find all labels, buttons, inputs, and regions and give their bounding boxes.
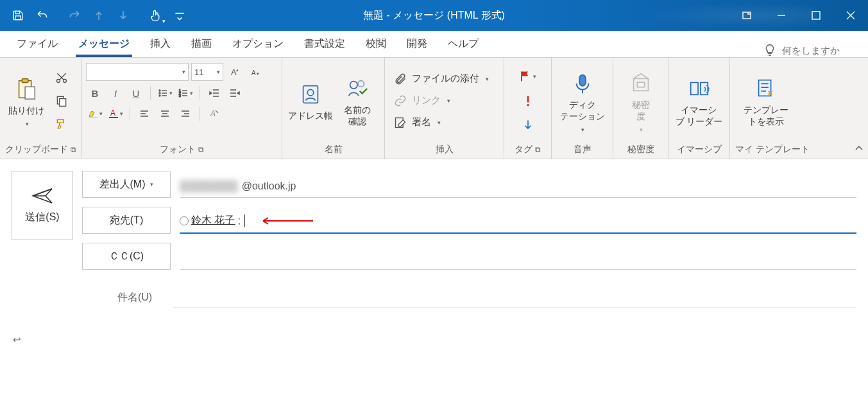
font-family-select[interactable]: ▾: [86, 63, 189, 81]
dictate-button[interactable]: ディク テーション ▾: [556, 60, 609, 141]
lightbulb-icon: [763, 43, 777, 57]
view-templates-button[interactable]: テンプレー トを表示: [734, 60, 798, 141]
from-address: @outlook.jp: [242, 180, 296, 192]
font-color-icon[interactable]: A▾: [106, 105, 124, 122]
svg-point-17: [159, 95, 160, 96]
svg-rect-32: [633, 78, 648, 91]
align-left-icon[interactable]: [135, 105, 153, 122]
immersive-group-label: イマーシブ: [677, 144, 722, 155]
close-icon[interactable]: [833, 0, 868, 31]
tab-message[interactable]: メッセージ: [68, 30, 140, 57]
tab-options[interactable]: オプション: [222, 30, 294, 57]
outdent-icon[interactable]: [205, 85, 223, 101]
check-names-button[interactable]: 名前の 確認: [334, 60, 380, 141]
cc-field[interactable]: [180, 264, 856, 270]
include-group-label: 挿入: [436, 144, 454, 155]
attach-file-button[interactable]: ファイルの添付▾: [389, 69, 500, 89]
recipient-chip[interactable]: 鈴木 花子;: [180, 214, 241, 227]
templates-group-label: マイ テンプレート: [735, 144, 810, 155]
ribbon-display-options-icon[interactable]: [729, 0, 764, 31]
tab-insert[interactable]: 挿入: [140, 30, 181, 57]
tab-draw[interactable]: 描画: [181, 30, 222, 57]
svg-rect-31: [579, 74, 586, 85]
grow-font-icon[interactable]: A▴: [226, 64, 244, 80]
immersive-reader-button[interactable]: イマーシ ブ リーダー: [672, 60, 726, 141]
tab-help[interactable]: ヘルプ: [438, 30, 489, 57]
tab-file[interactable]: ファイル: [6, 30, 68, 57]
next-item-icon[interactable]: [112, 3, 135, 28]
touch-mode-icon[interactable]: ▾: [144, 3, 167, 28]
high-importance-icon[interactable]: [518, 91, 538, 110]
signature-button[interactable]: 署名▾: [389, 112, 500, 133]
ribbon-group-immersive: イマーシ ブ リーダー イマーシブ: [668, 58, 730, 159]
svg-point-28: [358, 80, 364, 86]
clipboard-group-label: クリップボード: [5, 144, 68, 155]
svg-point-27: [350, 81, 357, 88]
tab-developer[interactable]: 開発: [396, 30, 438, 57]
ribbon-group-templates: テンプレー トを表示 マイ テンプレート: [730, 58, 868, 159]
tellme-input[interactable]: [782, 45, 853, 56]
svg-rect-3: [812, 12, 820, 19]
window-title: 無題 - メッセージ (HTML 形式): [363, 9, 505, 22]
tags-launcher-icon[interactable]: ⧉: [535, 145, 541, 154]
tags-group-label: タグ: [515, 144, 532, 155]
undo-icon[interactable]: [31, 3, 54, 28]
ribbon: 貼り付け ▾ クリップボード⧉ ▾ 11▾ A▴ A▾ B I U: [0, 58, 868, 159]
tellme-search[interactable]: [763, 43, 868, 57]
paste-button[interactable]: 貼り付け ▾: [4, 60, 49, 141]
italic-icon[interactable]: I: [106, 85, 124, 101]
ribbon-group-include: ファイルの添付▾ リンク▾ 署名▾ 挿入: [385, 58, 504, 159]
save-icon[interactable]: [6, 3, 30, 28]
presence-icon: [180, 216, 189, 225]
ribbon-tabs: ファイル メッセージ 挿入 描画 オプション 書式設定 校閲 開発 ヘルプ: [0, 31, 868, 58]
subject-input[interactable]: [173, 286, 856, 308]
prev-item-icon[interactable]: [87, 3, 110, 28]
underline-icon[interactable]: U: [127, 85, 145, 101]
sensitivity-button[interactable]: 秘密 度 ▾: [617, 60, 664, 141]
message-body[interactable]: ↩: [0, 308, 868, 371]
minimize-icon[interactable]: [764, 0, 799, 31]
address-book-button[interactable]: アドレス帳: [286, 60, 334, 141]
copy-icon[interactable]: [51, 91, 72, 110]
redo-icon[interactable]: [63, 3, 86, 28]
svg-text:A: A: [210, 109, 216, 118]
ribbon-group-voice: ディク テーション ▾ 音声: [552, 58, 613, 159]
align-right-icon[interactable]: [176, 105, 194, 122]
quick-access-toolbar: ▾: [0, 3, 191, 28]
format-painter-icon[interactable]: [51, 114, 72, 134]
to-button[interactable]: 宛先(T): [82, 207, 171, 234]
bold-icon[interactable]: B: [86, 85, 104, 101]
clear-formatting-icon[interactable]: A: [205, 105, 223, 122]
align-center-icon[interactable]: [156, 105, 174, 122]
svg-rect-10: [60, 98, 66, 106]
svg-rect-6: [25, 87, 35, 99]
svg-text:A: A: [110, 109, 115, 118]
from-field: ████████ @outlook.jp: [180, 180, 856, 198]
clipboard-launcher-icon[interactable]: ⧉: [71, 145, 76, 154]
from-button[interactable]: 差出人(M)▾: [82, 171, 171, 198]
indent-icon[interactable]: [226, 85, 244, 101]
paste-label: 貼り付け: [8, 105, 44, 117]
low-importance-icon[interactable]: [518, 116, 538, 135]
cut-icon[interactable]: [51, 68, 72, 87]
qat-customize-icon[interactable]: [168, 3, 191, 28]
send-button[interactable]: 送信(S): [12, 171, 73, 240]
font-size-select[interactable]: 11▾: [191, 63, 223, 81]
to-field[interactable]: 鈴木 花子;: [180, 214, 856, 234]
shrink-font-icon[interactable]: A▾: [246, 64, 264, 80]
cc-button[interactable]: ＣＣ(C): [82, 243, 171, 270]
collapse-ribbon-icon[interactable]: [854, 143, 864, 156]
link-button[interactable]: リンク▾: [389, 91, 500, 111]
highlight-icon[interactable]: ▾: [86, 105, 104, 122]
svg-point-30: [527, 104, 529, 106]
bullets-icon[interactable]: ▾: [156, 85, 174, 101]
follow-up-icon[interactable]: ▾: [518, 67, 538, 86]
numbering-icon[interactable]: 123▾: [176, 85, 194, 101]
svg-rect-21: [89, 117, 98, 118]
tab-format[interactable]: 書式設定: [294, 30, 355, 57]
tab-review[interactable]: 校閲: [355, 30, 396, 57]
maximize-icon[interactable]: [799, 0, 833, 31]
svg-text:▾: ▾: [257, 71, 259, 76]
svg-text:3: 3: [179, 94, 181, 98]
font-launcher-icon[interactable]: ⧉: [198, 145, 204, 154]
